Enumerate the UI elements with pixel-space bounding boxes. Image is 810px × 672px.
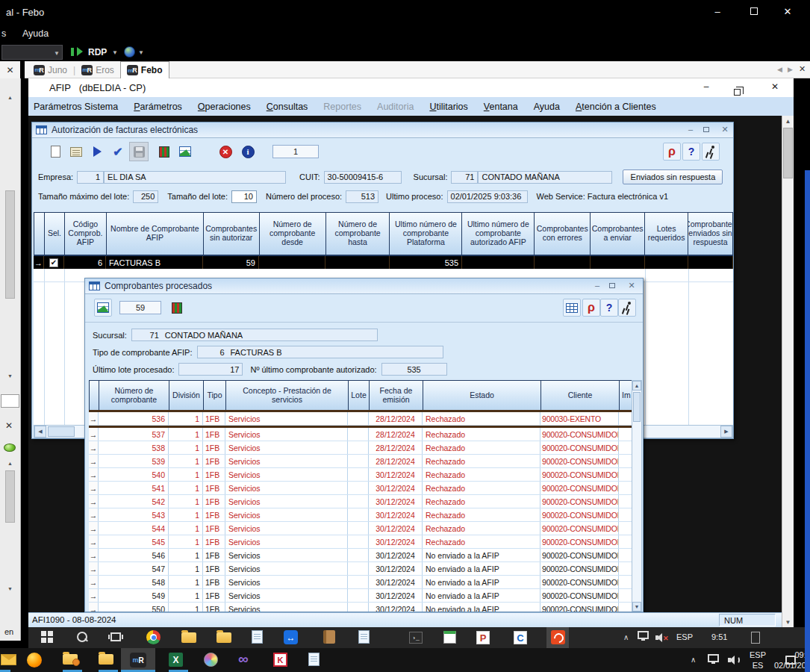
header-a-enviar[interactable]: Comprobantes a enviar [591, 213, 645, 255]
mdi-vertical-scrollbar[interactable]: ▲ ▼ [782, 116, 794, 627]
taskbar-excel[interactable]: X [169, 653, 183, 667]
comprobante-row[interactable]: →53611FBServicios28/12/2024Rechazado9000… [89, 412, 632, 426]
tray-volume-muted[interactable]: ✕ [655, 632, 667, 643]
scrollbar-thumb[interactable] [633, 392, 641, 422]
comprobante-row[interactable]: →53811FBServicios28/12/2024Rechazado9000… [89, 441, 632, 455]
scrollbar-thumb[interactable] [5, 470, 15, 523]
taskbar-firefox[interactable] [27, 653, 42, 668]
header-nombre[interactable]: Nombre de Comprobante AFIP [107, 213, 204, 255]
exit-button[interactable] [702, 143, 720, 161]
tray-clock[interactable]: 9:51 [711, 632, 727, 641]
taskbar-mail[interactable] [1, 654, 16, 665]
scroll-down-icon[interactable]: ▼ [782, 619, 794, 626]
local-close-button[interactable]: ✕ [776, 6, 799, 17]
child-close-button[interactable]: ✕ [624, 281, 639, 290]
menu-item-cut[interactable]: s [1, 28, 6, 39]
run-process-button[interactable] [87, 142, 107, 161]
taskbar-teamviewer[interactable]: ↔ [284, 630, 298, 644]
help-button[interactable]: ? [600, 299, 618, 317]
tray-language[interactable]: ESP ES [747, 650, 769, 671]
header-importe-cut[interactable]: Im [620, 381, 632, 410]
comprobante-row[interactable]: →54111FBServicios30/12/2024Rechazado9000… [89, 482, 632, 495]
header-codigo[interactable]: Código Comprob. AFIP [65, 213, 107, 255]
menu-utilitarios[interactable]: Utilitarios [429, 102, 467, 112]
cancel-button[interactable]: ✕ [216, 142, 235, 161]
checkbox-checked-icon[interactable]: ✔ [49, 258, 58, 267]
scroll-up-icon[interactable]: ▲ [5, 93, 15, 102]
scroll-down-icon[interactable]: ▼ [5, 585, 15, 593]
comprobante-row[interactable]: →54411FBServicios30/12/2024Rechazado9000… [89, 522, 632, 535]
header-lote[interactable]: Lote [349, 381, 370, 410]
tab-juno[interactable]: mR Juno [28, 61, 73, 78]
child-maximize-button[interactable] [609, 283, 615, 288]
grid-view-button[interactable] [563, 299, 581, 317]
columns-button[interactable] [155, 142, 174, 161]
taskbar-search-button[interactable] [76, 631, 88, 643]
tamano-lote-input[interactable]: 10 [231, 190, 257, 203]
tray-chevron-icon[interactable]: ∧ [623, 633, 629, 641]
scroll-up-icon[interactable]: ▲ [632, 381, 641, 391]
taskbar-afip-app-active[interactable] [551, 630, 565, 644]
autorizacion-selected-row[interactable]: → ✔ 6 FACTURAS B 59 535 [34, 256, 733, 269]
comprobante-row[interactable]: →54211FBServicios30/12/2024Rechazado9000… [89, 495, 632, 508]
comprobante-row[interactable]: →55011FBServicios30/12/2024No enviado a … [89, 603, 632, 612]
export-grid-button[interactable] [94, 299, 112, 317]
help-button[interactable]: ? [682, 143, 700, 161]
scroll-up-icon[interactable]: ▲ [5, 459, 15, 467]
enviados-sin-respuesta-button[interactable]: Enviados sin respuesta [623, 169, 723, 184]
afip-minimize-button[interactable]: – [695, 81, 717, 92]
show-desktop-button[interactable] [751, 632, 760, 644]
header-hasta[interactable]: Número de comprobante hasta [326, 213, 390, 255]
header-sin-autorizar[interactable]: Comprobantes sin autorizar [204, 213, 260, 255]
child-minimize-button[interactable]: – [590, 281, 605, 290]
comprobantes-titlebar[interactable]: Comprobantes procesados – ✕ [85, 279, 643, 294]
comprobante-row[interactable]: →54011FBServicios30/12/2024Rechazado9000… [89, 468, 632, 482]
tray-network[interactable] [708, 656, 719, 662]
confirm-button[interactable]: ✔ [108, 142, 128, 161]
connection-combobox[interactable]: ▼ [1, 45, 63, 60]
close-icon[interactable]: ✕ [5, 420, 13, 431]
text-input-cut[interactable] [1, 394, 19, 408]
taskbar-notes2[interactable] [358, 630, 370, 644]
process-counter-field[interactable]: 1 [272, 145, 319, 158]
afip-close-button[interactable]: ✕ [764, 81, 786, 92]
taskbar-paint[interactable] [204, 653, 218, 667]
comprobante-row[interactable]: →54611FBServicios30/12/2024No enviado a … [89, 549, 632, 562]
comprobante-row[interactable]: →54911FBServicios30/12/2024No enviado a … [89, 589, 632, 603]
child-close-button[interactable]: ✕ [717, 125, 732, 134]
taskbar-folder-tools[interactable] [63, 651, 78, 665]
scrollbar-thumb[interactable] [48, 426, 75, 437]
support-phone-button[interactable]: ρ [582, 299, 600, 317]
tab-eros[interactable]: mR Eros [75, 61, 120, 78]
scroll-left-icon[interactable]: ◀ [34, 426, 46, 438]
header-lotes[interactable]: Lotes requeridos [645, 213, 688, 255]
menu-parametros[interactable]: Parámetros [134, 102, 182, 112]
procesados-counter-field[interactable]: 59 [119, 301, 161, 314]
tray-chevron-icon[interactable]: ∧ [691, 656, 696, 664]
scrollbar-thumb[interactable] [783, 128, 793, 178]
properties-button[interactable] [66, 142, 86, 161]
header-tipo[interactable]: Tipo [204, 381, 226, 410]
task-view-button[interactable] [110, 632, 121, 641]
quick-connect-play-icon[interactable] [77, 47, 83, 56]
new-document-button[interactable] [46, 142, 65, 161]
panel-close-button[interactable]: ✕ [0, 61, 20, 78]
local-minimize-button[interactable]: – [706, 6, 729, 17]
taskbar-folder-shared[interactable] [216, 629, 231, 643]
header-plataforma[interactable]: Ultimo número de comprobante Plataforma [390, 213, 462, 255]
child-minimize-button[interactable]: – [683, 125, 698, 134]
menu-parametros-sistema[interactable]: Parámetros Sistema [34, 102, 118, 112]
comprobante-row[interactable]: →53711FBServicios28/12/2024Rechazado9000… [89, 428, 632, 441]
header-autorizado-afip[interactable]: Ultimo número de comprobante autorizado … [462, 213, 535, 255]
tab-scroll-left-icon[interactable]: ◀ [777, 66, 782, 73]
taskbar-file-explorer[interactable] [99, 651, 113, 665]
taskbar-notepad[interactable] [308, 653, 320, 666]
menu-consultas[interactable]: Consultas [267, 102, 308, 112]
taskbar-chrome[interactable] [146, 630, 161, 644]
comprobante-row[interactable]: →54711FBServicios30/12/2024No enviado a … [89, 562, 632, 576]
taskbar-image-viewer[interactable]: K [273, 653, 287, 667]
autorizacion-titlebar[interactable]: Autorización de facturas electrónicas – … [32, 122, 733, 138]
local-maximize-button[interactable] [750, 7, 758, 15]
columns-button[interactable] [167, 298, 187, 317]
taskbar-red-p-app[interactable]: P [476, 631, 490, 644]
